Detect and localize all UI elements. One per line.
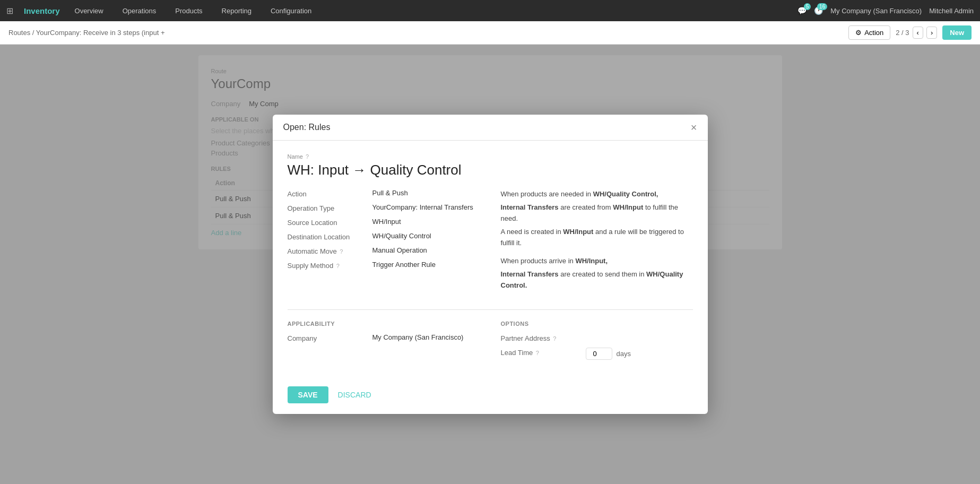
operation-type-label: Operation Type (288, 203, 372, 212)
top-navigation: ⊞ Inventory Overview Operations Products… (0, 0, 980, 21)
desc-para-4: When products arrive in WH/Input, (501, 256, 693, 267)
operation-type-row: Operation Type YourCompany: Internal Tra… (288, 203, 480, 212)
nav-overview[interactable]: Overview (71, 5, 108, 17)
lead-time-input-group: days (586, 348, 631, 360)
main-area: Route YourComp Company My Comp APPLICABL… (0, 45, 980, 484)
action-label: Action (864, 29, 883, 37)
gear-icon: ⚙ (855, 29, 862, 37)
lead-time-input[interactable] (586, 348, 612, 360)
user-label: Mitchell Admin (929, 7, 974, 15)
discard-button[interactable]: DISCARD (334, 386, 376, 403)
pagination: 2 / 3 ‹ › (896, 27, 937, 39)
applicability-company-row: Company My Company (San Francisco) (288, 333, 480, 342)
supply-method-label: Supply Method ? (288, 261, 372, 270)
action-field-row: Action Pull & Push (288, 189, 480, 198)
chat-badge: 5 (804, 3, 811, 10)
source-location-value: WH/Input (372, 218, 401, 226)
supply-method-help-icon[interactable]: ? (336, 263, 340, 269)
partner-address-row: Partner Address ? (501, 333, 693, 342)
source-location-label: Source Location (288, 218, 372, 227)
lead-time-label: Lead Time ? (501, 348, 586, 357)
desc-block-2: When products arrive in WH/Input, Intern… (501, 256, 693, 291)
destination-location-row: Destination Location WH/Quality Control (288, 232, 480, 241)
clock-badge: 16 (817, 3, 827, 10)
top-nav-right: 💬5 🕐16 My Company (San Francisco) Mitche… (797, 6, 974, 15)
desc-bold-4: WH/Input (563, 228, 593, 236)
app-name: Inventory (24, 6, 60, 15)
name-field-label: Name ? (288, 153, 693, 160)
pagination-text: 2 / 3 (896, 29, 909, 37)
modal-footer: SAVE DISCARD (273, 378, 708, 414)
lead-time-unit: days (617, 350, 631, 358)
nav-configuration[interactable]: Configuration (266, 5, 316, 17)
desc-para-5: Internal Transfers are created to send t… (501, 269, 693, 291)
applicability-company-label: Company (288, 333, 372, 342)
nav-operations[interactable]: Operations (118, 5, 161, 17)
desc-bold-3: WH/Input (613, 203, 643, 211)
new-button[interactable]: New (942, 25, 972, 40)
clock-icon[interactable]: 🕐16 (814, 6, 823, 15)
modal-body: Name ? WH: Input → Quality Control Actio… (273, 141, 708, 377)
desc-bold-6: Internal Transfers (501, 270, 559, 278)
applicability-section: APPLICABILITY Company My Company (San Fr… (288, 321, 480, 365)
automatic-move-value: Manual Operation (372, 246, 427, 254)
supply-method-value: Trigger Another Rule (372, 261, 436, 269)
nav-reporting[interactable]: Reporting (218, 5, 256, 17)
close-button[interactable]: × (691, 122, 697, 133)
next-button[interactable]: › (926, 27, 937, 39)
destination-location-label: Destination Location (288, 232, 372, 241)
name-help-icon[interactable]: ? (306, 153, 309, 160)
name-field-value: WH: Input → Quality Control (288, 162, 693, 178)
chat-icon[interactable]: 💬5 (797, 6, 806, 15)
modal-overlay: Open: Rules × Name ? WH: Input → Quality… (0, 45, 980, 484)
modal-header: Open: Rules × (273, 115, 708, 141)
save-button[interactable]: SAVE (288, 386, 328, 403)
name-label-text: Name (288, 153, 303, 160)
sub-header: Routes / YourCompany: Receive in 3 steps… (0, 21, 980, 45)
section-divider (288, 309, 693, 310)
automatic-move-help-icon[interactable]: ? (340, 248, 343, 255)
automatic-move-row: Automatic Move ? Manual Operation (288, 246, 480, 255)
action-button[interactable]: ⚙ Action (848, 25, 890, 40)
breadcrumb: Routes / YourCompany: Receive in 3 steps… (8, 29, 164, 37)
lead-time-row: Lead Time ? days (501, 348, 693, 360)
applicability-options-section: APPLICABILITY Company My Company (San Fr… (288, 321, 693, 365)
applicability-company-value: My Company (San Francisco) (372, 333, 464, 341)
partner-address-label: Partner Address ? (501, 333, 586, 342)
operation-type-value: YourCompany: Internal Transfers (372, 203, 473, 211)
prev-button[interactable]: ‹ (913, 27, 923, 39)
desc-bold-2: Internal Transfers (501, 203, 559, 211)
form-grid: Action Pull & Push Operation Type YourCo… (288, 189, 693, 298)
action-field-value: Pull & Push (372, 189, 408, 197)
partner-address-help-icon[interactable]: ? (553, 335, 556, 342)
desc-para-2: Internal Transfers are created from WH/I… (501, 202, 693, 224)
options-section: OPTIONS Partner Address ? Lead Time ? (501, 321, 693, 365)
modal-dialog: Open: Rules × Name ? WH: Input → Quality… (273, 115, 708, 413)
destination-location-value: WH/Quality Control (372, 232, 431, 240)
automatic-move-label: Automatic Move ? (288, 246, 372, 255)
sub-header-right: ⚙ Action 2 / 3 ‹ › New (848, 25, 972, 40)
lead-time-help-icon[interactable]: ? (536, 350, 539, 356)
form-right-description: When products are needed in WH/Quality C… (501, 189, 693, 298)
desc-para-1: When products are needed in WH/Quality C… (501, 189, 693, 200)
desc-block-1: When products are needed in WH/Quality C… (501, 189, 693, 248)
action-field-label: Action (288, 189, 372, 198)
source-location-row: Source Location WH/Input (288, 218, 480, 227)
company-label: My Company (San Francisco) (830, 7, 922, 15)
desc-bold-1: WH/Quality Control, (593, 190, 658, 198)
nav-products[interactable]: Products (171, 5, 206, 17)
supply-method-row: Supply Method ? Trigger Another Rule (288, 261, 480, 270)
desc-bold-5: WH/Input, (575, 257, 608, 265)
apps-grid-icon[interactable]: ⊞ (6, 6, 13, 16)
desc-para-3: A need is created in WH/Input and a rule… (501, 227, 693, 249)
applicability-header: APPLICABILITY (288, 321, 480, 327)
modal-title: Open: Rules (283, 123, 331, 132)
form-left: Action Pull & Push Operation Type YourCo… (288, 189, 480, 298)
options-header: OPTIONS (501, 321, 693, 327)
